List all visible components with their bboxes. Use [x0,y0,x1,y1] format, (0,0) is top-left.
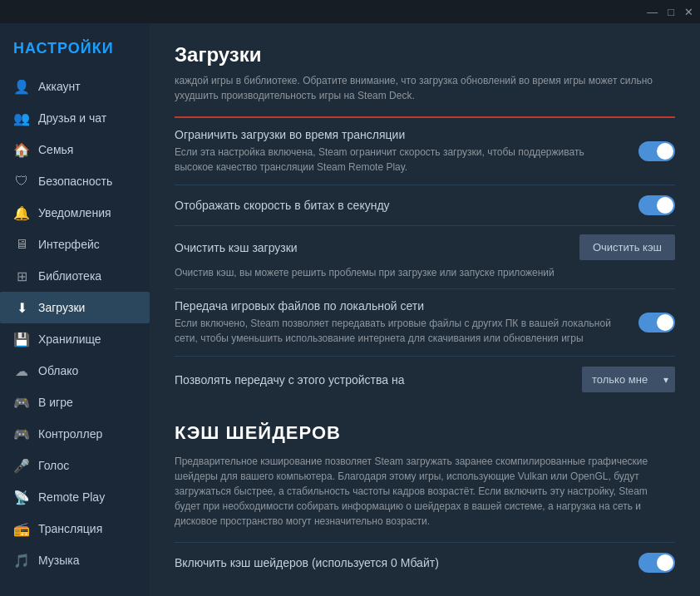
sidebar-item-broadcast[interactable]: 📻Трансляция [0,513,150,544]
sidebar-title: НАСТРОЙКИ [0,33,150,71]
limit-stream-sub: Если эта настройка включена, Steam огран… [175,145,625,175]
sidebar-label-security: Безопасность [38,175,112,188]
shader-enable-toggle[interactable] [638,553,675,573]
storage-icon: 💾 [13,331,30,347]
sidebar-label-remoteplay: Remote Play [38,490,105,504]
content-area: Загрузки каждой игры в библиотеке. Обрат… [150,23,700,596]
sidebar-label-account: Аккаунт [38,80,81,93]
sidebar-label-ingame: В игре [38,396,73,409]
sidebar-item-interface[interactable]: 🖥Интерфейс [0,229,150,260]
sidebar-label-downloads: Загрузки [38,301,85,314]
close-button[interactable]: ✕ [684,6,693,18]
clear-cache-button[interactable]: Очистить кэш [579,234,675,260]
main-container: НАСТРОЙКИ 👤Аккаунт👥Друзья и чат🏠Семья🛡Бе… [0,23,700,596]
sidebar-item-notifications[interactable]: 🔔Уведомления [0,197,150,229]
setting-allow-transfer: Позволять передачу с этого устройства на… [175,356,675,402]
sidebar-label-broadcast: Трансляция [38,522,102,535]
minimize-button[interactable]: — [647,6,658,18]
intro-desc: каждой игры в библиотеке. Обратите внима… [175,73,675,103]
family-icon: 🏠 [13,141,30,158]
notifications-icon: 🔔 [13,204,30,221]
allow-transfer-dropdown-wrapper: только мневсемникому [582,367,675,392]
speed-bits-toggle[interactable] [638,195,675,215]
sidebar-label-interface: Интерфейс [38,238,100,251]
limit-stream-toggle[interactable] [638,141,675,161]
ingame-icon: 🎮 [13,394,30,411]
music-icon: 🎵 [13,552,30,569]
clear-cache-sub: Очистив кэш, вы можете решить проблемы п… [175,265,675,280]
shader-enable-label: Включить кэш шейдеров (используется 0 Мб… [175,556,625,569]
sidebar-item-library[interactable]: ⊞Библиотека [0,260,150,292]
sidebar-label-storage: Хранилище [38,332,101,346]
sidebar-label-family: Семья [38,143,73,156]
setting-shader-enable: Включить кэш шейдеров (используется 0 Мб… [175,542,675,583]
allow-transfer-dropdown[interactable]: только мневсемникому [582,367,675,392]
remoteplay-icon: 📡 [13,489,30,505]
clear-cache-block: Очистить кэш загрузки Очистить кэш Очист… [175,225,675,288]
sidebar-label-voice: Голос [38,459,69,472]
local-transfer-label: Передача игровых файлов по локальной сет… [175,299,625,313]
clear-cache-label: Очистить кэш загрузки [175,241,579,254]
sidebar-item-cloud[interactable]: ☁Облако [0,355,150,387]
sidebar: НАСТРОЙКИ 👤Аккаунт👥Друзья и чат🏠Семья🛡Бе… [0,23,150,596]
setting-limit-stream: Ограничить загрузки во время трансляции … [175,116,675,185]
library-icon: ⊞ [13,268,30,284]
shader-cache-heading: КЭШ ШЕЙДЕРОВ [175,422,675,444]
interface-icon: 🖥 [13,236,30,253]
speed-bits-label: Отображать скорость в битах в секунду [175,199,625,212]
page-title: Загрузки [175,43,675,66]
limit-stream-label: Ограничить загрузки во время трансляции [175,128,625,141]
sidebar-item-downloads[interactable]: ⬇Загрузки [0,292,150,323]
sidebar-item-friends[interactable]: 👥Друзья и чат [0,102,150,134]
setting-local-transfer: Передача игровых файлов по локальной сет… [175,288,675,356]
cloud-icon: ☁ [13,362,30,379]
sidebar-label-music: Музыка [38,554,80,567]
sidebar-label-library: Библиотека [38,269,101,283]
broadcast-icon: 📻 [13,520,30,537]
sidebar-label-controller: Контроллер [38,427,102,441]
voice-icon: 🎤 [13,457,30,474]
controller-icon: 🎮 [13,426,30,442]
sidebar-item-controller[interactable]: 🎮Контроллер [0,418,150,450]
local-transfer-sub: Если включено, Steam позволяет передават… [175,316,625,346]
sidebar-item-family[interactable]: 🏠Семья [0,134,150,165]
titlebar: — □ ✕ [0,0,700,23]
setting-speed-bits: Отображать скорость в битах в секунду [175,185,675,225]
sidebar-item-security[interactable]: 🛡Безопасность [0,165,150,197]
local-transfer-toggle[interactable] [638,313,675,332]
downloads-icon: ⬇ [13,299,30,316]
sidebar-item-account[interactable]: 👤Аккаунт [0,71,150,102]
sidebar-item-remoteplay[interactable]: 📡Remote Play [0,481,150,513]
shader-cache-desc: Предварительное кэширование позволяет St… [175,454,675,529]
sidebar-item-music[interactable]: 🎵Музыка [0,544,150,576]
sidebar-item-ingame[interactable]: 🎮В игре [0,387,150,418]
account-icon: 👤 [13,78,30,95]
sidebar-label-notifications: Уведомления [38,206,111,219]
maximize-button[interactable]: □ [668,6,674,18]
allow-transfer-label: Позволять передачу с этого устройства на [175,373,582,387]
friends-icon: 👥 [13,110,30,126]
sidebar-label-cloud: Облако [38,364,78,377]
sidebar-item-storage[interactable]: 💾Хранилище [0,323,150,355]
clear-cache-row: Очистить кэш загрузки Очистить кэш [175,234,675,260]
sidebar-item-voice[interactable]: 🎤Голос [0,450,150,481]
sidebar-label-friends: Друзья и чат [38,111,106,125]
security-icon: 🛡 [13,173,30,190]
